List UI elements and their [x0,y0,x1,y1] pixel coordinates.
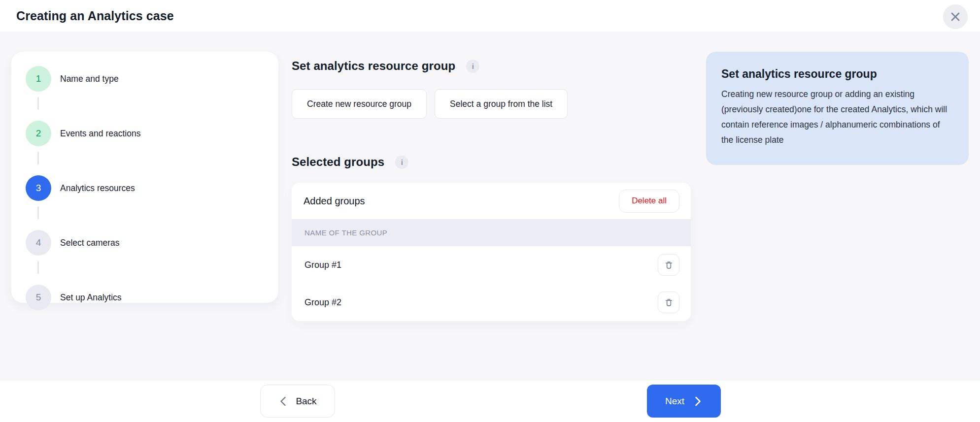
info-icon[interactable]: i [466,60,479,73]
help-panel-description: Creating new resource group or adding an… [721,87,954,148]
section-title-resource-group: Set analytics resource group [292,59,455,73]
dialog-header: Creating an Analytics case [0,0,980,32]
group-name: Group #2 [304,297,341,308]
info-icon[interactable]: i [395,156,408,169]
delete-all-button[interactable]: Delete all [619,190,679,213]
stepper-item-select-cameras[interactable]: 4 Select cameras [26,230,278,256]
trash-icon [663,297,675,308]
step-label: Set up Analytics [60,292,122,303]
group-name: Group #1 [304,260,341,270]
help-panel-title: Set analytics resource group [721,67,954,81]
added-groups-title: Added groups [304,195,365,207]
delete-group-button[interactable] [658,254,679,276]
dialog-footer: Back Next [0,381,980,422]
select-group-from-list-button[interactable]: Select a group from the list [435,89,568,119]
delete-group-button[interactable] [658,292,679,313]
back-button-label: Back [296,396,316,407]
chevron-right-icon [693,396,703,407]
step-number-badge: 3 [26,175,51,201]
dialog-title: Creating an Analytics case [16,9,174,23]
step-number-badge: 2 [26,121,51,146]
section-title-selected-groups: Selected groups [292,155,384,169]
stepper-connector [26,152,278,175]
wizard-stepper: 1 Name and type 2 Events and reactions 3… [11,52,278,303]
stepper-item-analytics-resources[interactable]: 3 Analytics resources [26,175,278,201]
table-row: Group #1 [292,246,691,284]
step-number-badge: 5 [26,285,51,310]
next-button[interactable]: Next [647,385,721,418]
stepper-connector [26,206,278,230]
stepper-item-name-and-type[interactable]: 1 Name and type [26,66,278,92]
close-icon [949,10,962,23]
back-button[interactable]: Back [260,385,335,418]
next-button-label: Next [665,396,684,407]
table-column-header: NAME OF THE GROUP [292,219,691,246]
step-label: Events and reactions [60,129,140,139]
step-number-badge: 4 [26,230,51,256]
table-row: Group #2 [292,284,691,321]
step-content: Set analytics resource group i Create ne… [292,32,691,321]
help-panel: Set analytics resource group Creating ne… [706,52,969,165]
step-number-badge: 1 [26,66,51,92]
stepper-connector [26,261,278,285]
stepper-item-set-up-analytics[interactable]: 5 Set up Analytics [26,285,278,310]
step-label: Analytics resources [60,183,135,194]
added-groups-card: Added groups Delete all NAME OF THE GROU… [292,183,691,321]
step-label: Name and type [60,74,119,84]
trash-icon [663,260,675,271]
stepper-item-events-and-reactions[interactable]: 2 Events and reactions [26,121,278,146]
close-button[interactable] [943,4,968,29]
chevron-left-icon [278,396,288,407]
create-resource-group-button[interactable]: Create new resource group [292,89,427,119]
stepper-connector [26,97,278,121]
step-label: Select cameras [60,238,120,248]
dialog-body: 1 Name and type 2 Events and reactions 3… [0,32,980,381]
